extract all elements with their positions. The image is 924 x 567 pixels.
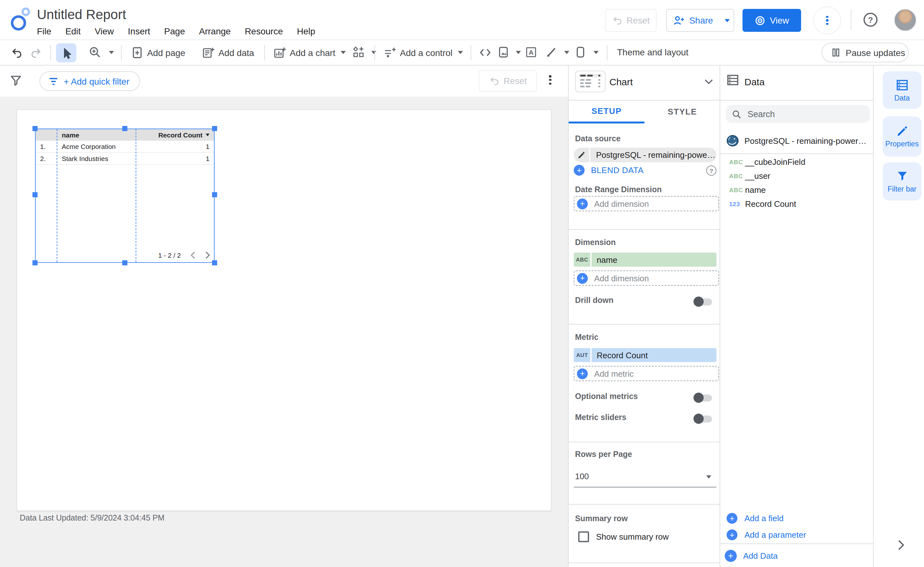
column-header-record-count[interactable]: Record Count bbox=[136, 131, 214, 139]
show-summary-row-checkbox[interactable] bbox=[578, 531, 589, 542]
image-tool[interactable] bbox=[497, 46, 521, 58]
field-row[interactable]: ABC name bbox=[720, 183, 766, 196]
avatar[interactable] bbox=[894, 9, 916, 31]
menu-insert[interactable]: Insert bbox=[128, 26, 150, 36]
community-visualizations-button[interactable] bbox=[352, 46, 376, 58]
panel-divider bbox=[720, 153, 873, 154]
drill-down-toggle[interactable] bbox=[695, 298, 712, 306]
sort-desc-icon bbox=[206, 134, 209, 136]
chevron-left-icon[interactable] bbox=[191, 251, 195, 259]
tab-style[interactable]: STYLE bbox=[645, 100, 720, 123]
field-row[interactable]: 123 Record Count bbox=[720, 196, 796, 211]
chevron-down-icon[interactable] bbox=[704, 79, 713, 85]
undo-button[interactable] bbox=[11, 46, 23, 58]
shape-tool[interactable] bbox=[574, 46, 599, 58]
rail-data-button[interactable]: Data bbox=[883, 71, 921, 109]
person-add-icon bbox=[673, 15, 685, 26]
line-tool[interactable] bbox=[545, 46, 569, 58]
pause-updates-button[interactable]: Pause updates bbox=[822, 43, 909, 62]
select-tool[interactable] bbox=[56, 43, 77, 62]
theme-layout-label: Theme and layout bbox=[617, 47, 688, 57]
metric-sliders-toggle[interactable] bbox=[695, 416, 712, 423]
embed-url-button[interactable] bbox=[479, 46, 491, 58]
optional-metrics-toggle[interactable] bbox=[695, 394, 712, 402]
field-name: __cubeJoinField bbox=[745, 157, 805, 166]
filter-icon bbox=[895, 170, 908, 183]
kebab-icon bbox=[546, 75, 554, 85]
menu-resource[interactable]: Resource bbox=[245, 26, 283, 36]
toggle-knob bbox=[694, 414, 704, 424]
view-button[interactable]: View bbox=[742, 9, 801, 32]
reset-filters-button[interactable]: Reset bbox=[479, 70, 537, 92]
text-tool[interactable]: A bbox=[525, 46, 538, 58]
metric-chip[interactable]: AUT Record Count bbox=[574, 348, 717, 362]
search-input[interactable] bbox=[746, 108, 851, 119]
add-chart-button[interactable]: Add a chart bbox=[273, 46, 346, 58]
resize-handle-sw[interactable] bbox=[33, 260, 38, 266]
resize-handle-s[interactable] bbox=[122, 260, 127, 266]
menu-arrange[interactable]: Arrange bbox=[199, 26, 231, 36]
resize-handle-ne[interactable] bbox=[212, 126, 217, 131]
more-options-button[interactable] bbox=[813, 6, 841, 34]
help-circle-icon[interactable]: ? bbox=[706, 165, 717, 176]
resize-handle-se[interactable] bbox=[212, 260, 217, 266]
field-row[interactable]: ABC __user bbox=[720, 169, 771, 183]
add-data-label: Add data bbox=[218, 47, 254, 58]
tab-setup[interactable]: SETUP bbox=[569, 100, 645, 123]
chevron-right-icon[interactable] bbox=[205, 251, 210, 259]
share-dropdown[interactable] bbox=[719, 19, 735, 22]
filter-bar-menu-button[interactable] bbox=[546, 74, 554, 86]
field-search[interactable] bbox=[726, 105, 870, 123]
add-quick-filter-button[interactable]: + Add quick filter bbox=[39, 71, 140, 91]
rail-properties-button[interactable]: Properties bbox=[883, 117, 921, 156]
panel-divider bbox=[720, 543, 873, 544]
menu-page[interactable]: Page bbox=[164, 26, 185, 36]
rail-filter-bar-button[interactable]: Filter bar bbox=[883, 162, 921, 201]
add-a-field-button[interactable]: Add a field bbox=[727, 513, 784, 524]
undo-icon bbox=[11, 46, 23, 58]
share-main[interactable]: Share bbox=[666, 15, 720, 26]
rows-per-page-select[interactable]: 100 bbox=[575, 471, 589, 481]
row-index: 2. bbox=[36, 154, 57, 162]
add-data-button[interactable]: Add data bbox=[202, 46, 254, 58]
menu-view[interactable]: View bbox=[95, 26, 114, 36]
help-icon[interactable] bbox=[864, 13, 877, 27]
redo-icon bbox=[30, 46, 42, 58]
chevron-down-icon[interactable] bbox=[706, 476, 711, 478]
share-button[interactable]: Share bbox=[666, 9, 734, 32]
menu-file[interactable]: File bbox=[37, 26, 51, 36]
redo-button[interactable] bbox=[30, 46, 42, 58]
edit-data-source-button[interactable] bbox=[574, 148, 590, 162]
add-date-range-dimension[interactable]: Add dimension bbox=[574, 196, 719, 211]
column-header-name[interactable]: name bbox=[57, 131, 136, 139]
theme-layout-button[interactable]: Theme and layout bbox=[617, 47, 688, 57]
table-chart[interactable]: name Record Count 1. Acme Corporation 1 … bbox=[35, 129, 215, 263]
add-page-button[interactable]: Add page bbox=[131, 46, 185, 58]
section-divider bbox=[569, 229, 720, 230]
dimension-chip[interactable]: ABC name bbox=[574, 253, 717, 267]
resize-handle-nw[interactable] bbox=[33, 126, 38, 131]
resize-handle-w[interactable] bbox=[33, 192, 38, 197]
menu-help[interactable]: Help bbox=[297, 26, 315, 36]
metric-sliders-label: Metric sliders bbox=[575, 413, 626, 422]
header-divider bbox=[851, 9, 851, 30]
report-title[interactable]: Untitled Report bbox=[37, 7, 126, 22]
resize-handle-e[interactable] bbox=[212, 192, 217, 197]
report-page[interactable]: name Record Count 1. Acme Corporation 1 … bbox=[17, 110, 551, 511]
field-row[interactable]: ABC __cubeJoinField bbox=[720, 154, 805, 169]
add-data-button-panel[interactable]: Add Data bbox=[725, 550, 778, 562]
add-dimension-button[interactable]: Add dimension bbox=[574, 270, 719, 286]
zoom-tool[interactable] bbox=[89, 46, 114, 58]
collapse-panel-chevron-icon[interactable] bbox=[898, 540, 904, 550]
add-control-button[interactable]: Add a control bbox=[383, 46, 463, 58]
chart-type-button[interactable] bbox=[575, 70, 605, 92]
resize-handle-n[interactable] bbox=[122, 126, 127, 131]
report-canvas[interactable]: name Record Count 1. Acme Corporation 1 … bbox=[0, 97, 568, 567]
blend-data-button[interactable]: BLEND DATA bbox=[574, 165, 643, 176]
data-source-chip[interactable]: PostgreSQL - remaining-powe… bbox=[574, 148, 717, 162]
add-metric-button[interactable]: Add metric bbox=[574, 366, 719, 381]
menu-edit[interactable]: Edit bbox=[65, 26, 81, 36]
add-a-parameter-button[interactable]: Add a parameter bbox=[727, 530, 806, 540]
data-source-row[interactable]: PostgreSQL - remaining-powersville_d… bbox=[720, 134, 867, 148]
reset-button-top[interactable]: Reset bbox=[605, 9, 657, 32]
